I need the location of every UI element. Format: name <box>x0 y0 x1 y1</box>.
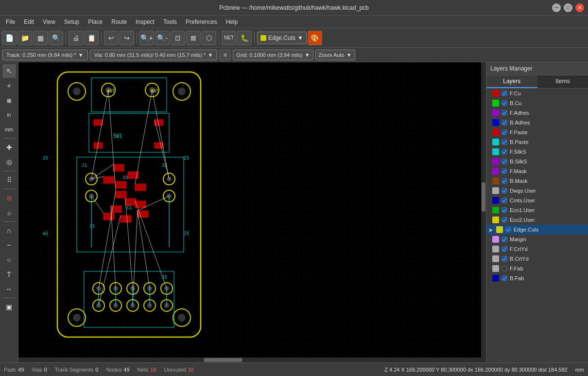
layer-row-margin[interactable]: Margin <box>486 234 588 244</box>
layer-row-f-silks[interactable]: F.SilkS <box>486 147 588 157</box>
minimize-button[interactable]: ─ <box>552 3 561 12</box>
circle2-button[interactable]: ○ <box>2 253 16 267</box>
layer-visibility-check[interactable] <box>501 109 508 116</box>
tab-layers[interactable]: Layers <box>486 75 537 88</box>
layer-visibility-check[interactable] <box>501 158 508 165</box>
layer-visibility-check[interactable] <box>501 100 508 107</box>
layer-row-b-crtyd[interactable]: B.CrtYd <box>486 254 588 264</box>
nodes-label: Nodes <box>106 367 121 373</box>
search-button[interactable]: 🔍 <box>49 31 63 45</box>
layer-visibility-check[interactable] <box>501 187 508 194</box>
layer-color-swatch <box>492 178 499 184</box>
inspector-button[interactable]: ⌕ <box>2 206 16 219</box>
pcb-canvas-area[interactable]: ANT ANT SW1 <box>18 62 486 362</box>
layer-selector[interactable]: Edge.Cuts ▼ <box>257 32 307 44</box>
curve-button[interactable]: ~ <box>2 238 16 252</box>
layer-row-eco2-user[interactable]: Eco2.User <box>486 215 588 225</box>
bug-button[interactable]: 🐛 <box>237 31 252 45</box>
add-plus-button[interactable]: ✚ <box>2 141 16 154</box>
menu-help[interactable]: Help <box>222 18 242 26</box>
layer-visibility-check[interactable] <box>501 255 508 262</box>
layer-row-f-mask[interactable]: F.Mask <box>486 166 588 176</box>
track-selector[interactable]: Track: 0.250 mm (9.84 mils) * ▼ <box>2 50 88 60</box>
menu-file[interactable]: File <box>2 18 19 26</box>
layer-visibility-check[interactable] <box>501 236 508 243</box>
layer-row-cmts-user[interactable]: Cmts.User <box>486 196 588 205</box>
close-button[interactable]: ✕ <box>575 3 584 12</box>
footprint-button[interactable]: ▦ <box>33 31 48 45</box>
maximize-button[interactable]: □ <box>564 3 572 12</box>
grid-selector[interactable]: Grid: 0.1000 mm (3.94 mils) ▼ <box>233 50 313 60</box>
zoom-area-button[interactable]: ⊠ <box>186 31 201 45</box>
menu-place[interactable]: Place <box>84 18 106 26</box>
menu-route[interactable]: Route <box>107 18 131 26</box>
zoom-in-button[interactable]: 🔍+ <box>139 31 154 45</box>
open-button[interactable]: 📁 <box>17 31 32 45</box>
color-button[interactable]: 🎨 <box>308 31 322 45</box>
layer-row-f-adhes[interactable]: F.Adhes <box>486 108 588 118</box>
layer-visibility-check[interactable] <box>501 197 508 204</box>
menu-view[interactable]: View <box>39 18 59 26</box>
text-button[interactable]: T <box>2 268 16 281</box>
layers-button[interactable]: ▣ <box>2 300 16 314</box>
zoom-selector[interactable]: Zoom Auto ▼ <box>315 50 355 60</box>
layer-row-b-fab[interactable]: B.Fab <box>486 273 588 283</box>
layer-visibility-check[interactable] <box>501 275 508 282</box>
pad-button[interactable]: ◎ <box>2 155 16 169</box>
via-selector[interactable]: Via: 0.80 mm (31.5 mils)/ 0.40 mm (15.7 … <box>90 50 218 60</box>
layer-visibility-check[interactable] <box>501 129 508 136</box>
layer-row-b-silks[interactable]: B.SilkS <box>486 157 588 166</box>
layer-visibility-check[interactable] <box>501 216 508 223</box>
layer-row-b-paste[interactable]: B.Paste <box>486 137 588 147</box>
vertical-scrollbar[interactable] <box>481 62 486 362</box>
menu-inspect[interactable]: Inspect <box>132 18 158 26</box>
route-tracks-button[interactable]: ▦ <box>2 93 16 107</box>
layer-visibility-check[interactable] <box>501 90 508 97</box>
layer-visibility-check[interactable] <box>501 119 508 126</box>
horizontal-scrollbar[interactable] <box>18 358 481 362</box>
layer-visibility-check[interactable] <box>501 148 508 155</box>
layer-row-eco1-user[interactable]: Eco1.User <box>486 205 588 215</box>
redo-button[interactable]: ↪ <box>120 31 134 45</box>
arc-button[interactable]: ∩ <box>2 224 16 237</box>
add-footprint-button[interactable]: + <box>2 79 16 92</box>
copy-button[interactable]: 📋 <box>84 31 99 45</box>
layer-visibility-check[interactable] <box>501 207 508 214</box>
no-connect-button[interactable]: ⊘ <box>2 191 16 205</box>
undo-button[interactable]: ↩ <box>104 31 119 45</box>
layer-visibility-check[interactable] <box>501 139 508 145</box>
horizontal-scrollbar-thumb[interactable] <box>204 358 242 362</box>
3d-view-button[interactable]: ⬡ <box>202 31 216 45</box>
layer-visibility-check[interactable] <box>501 178 508 184</box>
layer-row-f-fab[interactable]: F.Fab <box>486 264 588 273</box>
grid-points-button[interactable]: ⠿ <box>2 173 16 187</box>
menu-edit[interactable]: Edit <box>20 18 38 26</box>
layer-row-b-mask[interactable]: B.Mask <box>486 176 588 186</box>
zoom-fit-button[interactable]: ⊡ <box>171 31 185 45</box>
menu-tools[interactable]: Tools <box>159 18 181 26</box>
vertical-scrollbar-thumb[interactable] <box>482 182 485 212</box>
menu-preferences[interactable]: Preferences <box>182 18 221 26</box>
layer-row-b-adhes[interactable]: B.Adhes <box>486 118 588 127</box>
route-settings-button[interactable]: ≡ <box>219 50 231 60</box>
print-button[interactable]: 🖨 <box>69 31 83 45</box>
tab-items[interactable]: Items <box>537 75 588 88</box>
layer-visibility-check[interactable] <box>501 246 508 252</box>
select-tool-button[interactable]: ↖ <box>2 64 16 78</box>
layer-row-b-cu[interactable]: B.Cu <box>486 98 588 108</box>
layer-row-f-cu[interactable]: F.Cu <box>486 89 588 98</box>
inch-button[interactable]: in <box>2 108 16 122</box>
layer-row-f-crtyd[interactable]: F.CrtYd <box>486 244 588 254</box>
layer-visibility-check[interactable] <box>501 265 508 272</box>
zoom-out-button[interactable]: 🔍- <box>155 31 170 45</box>
layer-row-f-paste[interactable]: F.Paste <box>486 127 588 137</box>
layer-row-dwgs-user[interactable]: Dwgs.User <box>486 186 588 196</box>
menu-setup[interactable]: Setup <box>60 18 83 26</box>
layer-visibility-check[interactable] <box>505 226 512 233</box>
mm-button[interactable]: mm <box>2 123 16 136</box>
new-button[interactable]: 📄 <box>2 31 17 45</box>
layer-visibility-check[interactable] <box>501 168 508 175</box>
net-inspector-button[interactable]: NET <box>222 31 236 45</box>
dimension-button[interactable]: ↔ <box>2 282 16 296</box>
layer-row-edge-cuts[interactable]: ▶Edge.Cuts <box>486 225 588 234</box>
